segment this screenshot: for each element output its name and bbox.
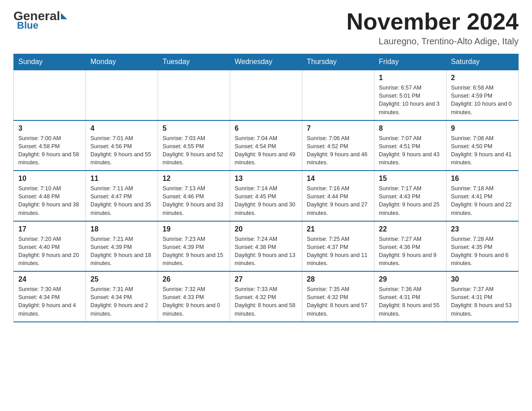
day-info: Sunrise: 7:28 AMSunset: 4:35 PMDaylight:… (451, 235, 514, 268)
day-info: Sunrise: 7:08 AMSunset: 4:50 PMDaylight:… (451, 134, 514, 167)
col-tuesday: Tuesday (158, 54, 230, 70)
day-number: 16 (451, 175, 514, 183)
day-info: Sunrise: 7:10 AMSunset: 4:48 PMDaylight:… (18, 184, 81, 217)
calendar-cell: 8Sunrise: 7:07 AMSunset: 4:51 PMDaylight… (374, 120, 446, 171)
day-info: Sunrise: 7:33 AMSunset: 4:32 PMDaylight:… (235, 285, 297, 318)
day-number: 19 (163, 225, 225, 233)
day-number: 3 (18, 124, 81, 133)
day-number: 15 (379, 175, 442, 183)
day-info: Sunrise: 7:03 AMSunset: 4:55 PMDaylight:… (163, 134, 225, 167)
day-number: 20 (235, 225, 297, 233)
calendar-cell (230, 70, 302, 120)
calendar-cell (302, 70, 374, 120)
day-info: Sunrise: 7:23 AMSunset: 4:39 PMDaylight:… (163, 235, 225, 268)
col-monday: Monday (86, 54, 158, 70)
calendar-cell: 23Sunrise: 7:28 AMSunset: 4:35 PMDayligh… (446, 221, 519, 272)
day-info: Sunrise: 7:00 AMSunset: 4:58 PMDaylight:… (18, 134, 81, 167)
calendar-cell: 20Sunrise: 7:24 AMSunset: 4:38 PMDayligh… (230, 221, 302, 272)
day-info: Sunrise: 7:16 AMSunset: 4:44 PMDaylight:… (307, 184, 369, 217)
day-number: 5 (163, 124, 225, 133)
day-number: 21 (307, 225, 369, 233)
day-number: 24 (18, 275, 81, 283)
day-number: 26 (163, 275, 225, 283)
day-info: Sunrise: 7:27 AMSunset: 4:36 PMDaylight:… (379, 235, 442, 268)
calendar-cell: 19Sunrise: 7:23 AMSunset: 4:39 PMDayligh… (158, 221, 230, 272)
calendar-cell: 14Sunrise: 7:16 AMSunset: 4:44 PMDayligh… (302, 171, 374, 221)
day-number: 25 (90, 275, 153, 283)
calendar-cell: 21Sunrise: 7:25 AMSunset: 4:37 PMDayligh… (302, 221, 374, 272)
day-info: Sunrise: 7:37 AMSunset: 4:31 PMDaylight:… (451, 285, 514, 318)
calendar-cell: 30Sunrise: 7:37 AMSunset: 4:31 PMDayligh… (446, 271, 519, 322)
day-number: 7 (307, 124, 369, 133)
day-number: 8 (379, 124, 442, 133)
logo-triangle-icon (61, 13, 67, 19)
calendar-cell: 18Sunrise: 7:21 AMSunset: 4:39 PMDayligh… (86, 221, 158, 272)
day-info: Sunrise: 7:18 AMSunset: 4:41 PMDaylight:… (451, 184, 514, 217)
month-title: November 2024 (347, 9, 519, 34)
day-number: 12 (163, 175, 225, 183)
day-number: 14 (307, 175, 369, 183)
day-info: Sunrise: 7:14 AMSunset: 4:45 PMDaylight:… (235, 184, 297, 217)
day-info: Sunrise: 7:11 AMSunset: 4:47 PMDaylight:… (90, 184, 153, 217)
day-info: Sunrise: 7:01 AMSunset: 4:56 PMDaylight:… (90, 134, 153, 167)
calendar-week-3: 10Sunrise: 7:10 AMSunset: 4:48 PMDayligh… (14, 171, 519, 221)
calendar-cell: 2Sunrise: 6:58 AMSunset: 4:59 PMDaylight… (446, 70, 519, 120)
calendar-cell: 11Sunrise: 7:11 AMSunset: 4:47 PMDayligh… (86, 171, 158, 221)
calendar-header-row: Sunday Monday Tuesday Wednesday Thursday… (14, 54, 519, 70)
day-info: Sunrise: 7:30 AMSunset: 4:34 PMDaylight:… (18, 285, 81, 318)
calendar-cell (158, 70, 230, 120)
day-number: 28 (307, 275, 369, 283)
day-info: Sunrise: 7:17 AMSunset: 4:43 PMDaylight:… (379, 184, 442, 217)
day-info: Sunrise: 7:25 AMSunset: 4:37 PMDaylight:… (307, 235, 369, 268)
calendar-cell: 28Sunrise: 7:35 AMSunset: 4:32 PMDayligh… (302, 271, 374, 322)
col-saturday: Saturday (446, 54, 519, 70)
day-info: Sunrise: 7:06 AMSunset: 4:52 PMDaylight:… (307, 134, 369, 167)
calendar-cell: 15Sunrise: 7:17 AMSunset: 4:43 PMDayligh… (374, 171, 446, 221)
calendar-cell: 1Sunrise: 6:57 AMSunset: 5:01 PMDaylight… (374, 70, 446, 120)
col-sunday: Sunday (14, 54, 86, 70)
day-info: Sunrise: 6:58 AMSunset: 4:59 PMDaylight:… (451, 84, 514, 116)
calendar-cell: 13Sunrise: 7:14 AMSunset: 4:45 PMDayligh… (230, 171, 302, 221)
calendar-cell: 29Sunrise: 7:36 AMSunset: 4:31 PMDayligh… (374, 271, 446, 322)
calendar-cell: 9Sunrise: 7:08 AMSunset: 4:50 PMDaylight… (446, 120, 519, 171)
calendar-week-4: 17Sunrise: 7:20 AMSunset: 4:40 PMDayligh… (14, 221, 519, 272)
day-info: Sunrise: 7:04 AMSunset: 4:54 PMDaylight:… (235, 134, 297, 167)
day-number: 27 (235, 275, 297, 283)
calendar-cell (86, 70, 158, 120)
day-number: 13 (235, 175, 297, 183)
day-info: Sunrise: 7:13 AMSunset: 4:46 PMDaylight:… (163, 184, 225, 217)
day-number: 9 (451, 124, 514, 133)
calendar-cell (14, 70, 86, 120)
day-number: 30 (451, 275, 514, 283)
col-wednesday: Wednesday (230, 54, 302, 70)
calendar-cell: 3Sunrise: 7:00 AMSunset: 4:58 PMDaylight… (14, 120, 86, 171)
calendar-week-1: 1Sunrise: 6:57 AMSunset: 5:01 PMDaylight… (14, 70, 519, 120)
day-info: Sunrise: 7:24 AMSunset: 4:38 PMDaylight:… (235, 235, 297, 268)
logo: General Blue (13, 9, 68, 31)
day-info: Sunrise: 7:07 AMSunset: 4:51 PMDaylight:… (379, 134, 442, 167)
day-info: Sunrise: 7:31 AMSunset: 4:34 PMDaylight:… (90, 285, 153, 318)
calendar-cell: 26Sunrise: 7:32 AMSunset: 4:33 PMDayligh… (158, 271, 230, 322)
day-number: 4 (90, 124, 153, 133)
col-thursday: Thursday (302, 54, 374, 70)
day-number: 6 (235, 124, 297, 133)
calendar-cell: 25Sunrise: 7:31 AMSunset: 4:34 PMDayligh… (86, 271, 158, 322)
day-number: 1 (379, 74, 442, 82)
logo-blue-text: Blue (17, 20, 39, 31)
calendar-cell: 12Sunrise: 7:13 AMSunset: 4:46 PMDayligh… (158, 171, 230, 221)
day-number: 22 (379, 225, 442, 233)
calendar-table: Sunday Monday Tuesday Wednesday Thursday… (13, 54, 519, 322)
day-number: 10 (18, 175, 81, 183)
calendar-cell: 24Sunrise: 7:30 AMSunset: 4:34 PMDayligh… (14, 271, 86, 322)
calendar-cell: 5Sunrise: 7:03 AMSunset: 4:55 PMDaylight… (158, 120, 230, 171)
day-number: 23 (451, 225, 514, 233)
day-number: 18 (90, 225, 153, 233)
day-number: 11 (90, 175, 153, 183)
page-header: General Blue November 2024 Lauregno, Tre… (13, 9, 519, 47)
calendar-week-5: 24Sunrise: 7:30 AMSunset: 4:34 PMDayligh… (14, 271, 519, 322)
day-info: Sunrise: 6:57 AMSunset: 5:01 PMDaylight:… (379, 84, 442, 116)
calendar-cell: 4Sunrise: 7:01 AMSunset: 4:56 PMDaylight… (86, 120, 158, 171)
col-friday: Friday (374, 54, 446, 70)
location-subtitle: Lauregno, Trentino-Alto Adige, Italy (347, 36, 519, 47)
calendar-cell: 10Sunrise: 7:10 AMSunset: 4:48 PMDayligh… (14, 171, 86, 221)
